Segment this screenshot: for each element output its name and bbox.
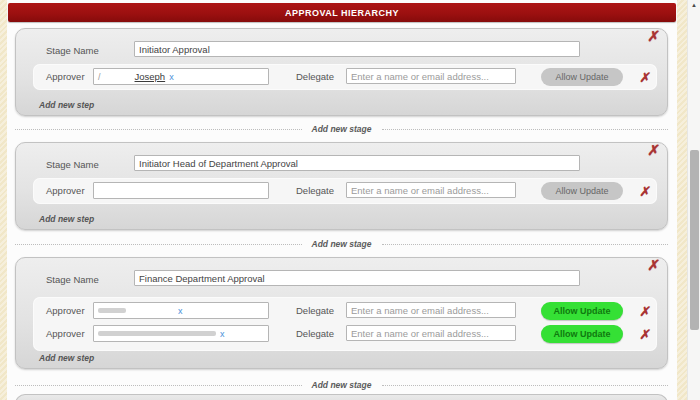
remove-approver-icon[interactable]: x — [220, 329, 225, 339]
allow-update-button[interactable]: Allow Update — [541, 182, 623, 200]
approver-label: Approver — [46, 185, 85, 196]
approver-row: Approver / Joseph x Delegate Allow Updat… — [16, 68, 667, 88]
stage-panel-4-partial — [15, 394, 668, 400]
approval-hierarchy-page: APPROVAL HIERARCHY ✗ Stage Name Approver… — [7, 0, 677, 400]
vertical-scrollbar[interactable]: ▲ — [687, 0, 700, 400]
page-title: APPROVAL HIERARCHY — [8, 3, 676, 22]
remove-approver-icon[interactable]: x — [178, 306, 183, 316]
delegate-label: Delegate — [296, 305, 334, 316]
delegate-label: Delegate — [296, 71, 334, 82]
delegate-input[interactable] — [346, 325, 516, 341]
delete-stage-icon[interactable]: ✗ — [647, 29, 661, 44]
approver-row: Approver x Delegate Allow Update ✗ — [16, 325, 667, 345]
add-new-step-link[interactable]: Add new step — [39, 353, 94, 363]
stage-name-label: Stage Name — [46, 274, 99, 285]
allow-update-button[interactable]: Allow Update — [541, 325, 623, 343]
add-new-stage-link[interactable]: Add new stage — [312, 380, 372, 390]
add-new-step-link[interactable]: Add new step — [39, 214, 94, 224]
scrollbar-thumb[interactable] — [690, 150, 699, 330]
delete-step-icon[interactable]: ✗ — [639, 327, 652, 342]
scroll-up-arrow-icon[interactable]: ▲ — [688, 2, 700, 8]
delete-stage-icon[interactable]: ✗ — [647, 258, 661, 273]
delegate-label: Delegate — [296, 185, 334, 196]
divider-line — [382, 129, 669, 130]
approver-name: Joseph — [135, 71, 166, 82]
approver-label: Approver — [46, 328, 85, 339]
divider-line — [15, 385, 302, 386]
approver-field[interactable] — [93, 182, 269, 199]
approver-label: Approver — [46, 305, 85, 316]
delegate-input[interactable] — [346, 302, 516, 318]
redacted-approver-name — [98, 308, 126, 313]
add-new-stage-divider: Add new stage — [15, 378, 668, 392]
approver-row: Approver x Delegate Allow Update ✗ — [16, 302, 667, 322]
stage-name-input[interactable] — [134, 155, 580, 171]
stage-panel-1: ✗ Stage Name Approver / Joseph x Delegat… — [15, 28, 668, 116]
approver-field[interactable]: / Joseph x — [93, 68, 269, 85]
delete-step-icon[interactable]: ✗ — [639, 304, 652, 319]
divider-line — [15, 129, 302, 130]
add-new-stage-divider: Add new stage — [15, 122, 668, 136]
approver-prefix: / — [98, 72, 101, 82]
add-new-stage-link[interactable]: Add new stage — [312, 239, 372, 249]
delete-step-icon[interactable]: ✗ — [639, 70, 652, 85]
delegate-input[interactable] — [346, 68, 516, 84]
stage-panel-2: ✗ Stage Name Approver Delegate Allow Upd… — [15, 142, 668, 230]
delegate-label: Delegate — [296, 328, 334, 339]
approver-field[interactable]: x — [93, 302, 269, 319]
stage-name-label: Stage Name — [46, 45, 99, 56]
stage-name-input[interactable] — [134, 270, 580, 286]
stage-name-label: Stage Name — [46, 159, 99, 170]
delete-stage-icon[interactable]: ✗ — [647, 143, 661, 158]
add-new-stage-link[interactable]: Add new stage — [312, 124, 372, 134]
allow-update-button[interactable]: Allow Update — [541, 302, 623, 320]
delete-step-icon[interactable]: ✗ — [639, 184, 652, 199]
divider-line — [15, 244, 302, 245]
approver-label: Approver — [46, 71, 85, 82]
delegate-input[interactable] — [346, 182, 516, 198]
add-new-step-link[interactable]: Add new step — [39, 100, 94, 110]
approver-row: Approver Delegate Allow Update ✗ — [16, 182, 667, 202]
remove-approver-icon[interactable]: x — [169, 72, 174, 82]
approver-field[interactable]: x — [93, 325, 269, 342]
redacted-approver-name — [98, 331, 216, 336]
divider-line — [382, 385, 669, 386]
allow-update-button[interactable]: Allow Update — [541, 68, 623, 86]
add-new-stage-divider: Add new stage — [15, 237, 668, 251]
stage-name-input[interactable] — [134, 41, 580, 57]
divider-line — [382, 244, 669, 245]
stage-panel-3: ✗ Stage Name Approver x Delegate Allow U… — [15, 257, 668, 369]
